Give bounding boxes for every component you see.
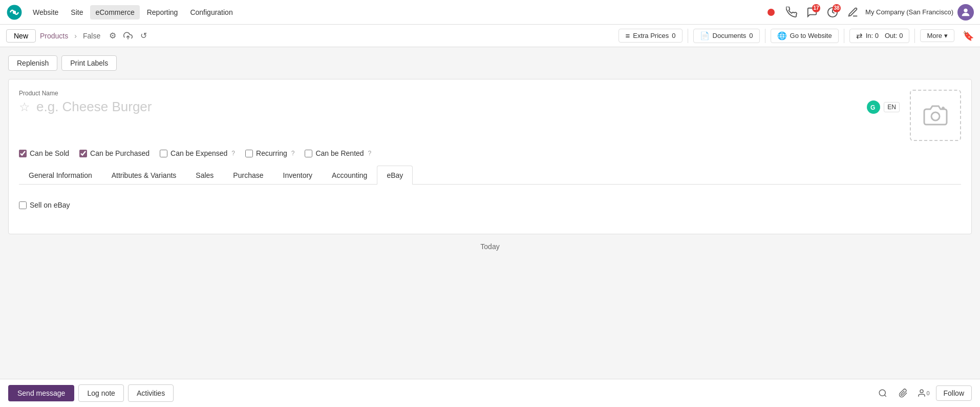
tab-inventory[interactable]: Inventory [273, 166, 323, 185]
action-bar: New Products › False ⚙ ↺ ≡ Extra Prices … [0, 25, 980, 47]
tab-purchase[interactable]: Purchase [223, 166, 273, 185]
replenish-button[interactable]: Replenish [8, 55, 57, 71]
product-checkboxes-row: Can be Sold Can be Purchased Can be Expe… [19, 149, 961, 157]
product-name-left: Product Name ☆ G EN [19, 90, 900, 115]
nav-configuration[interactable]: Configuration [185, 5, 238, 19]
can-be-expensed-input[interactable] [160, 150, 167, 157]
can-be-expensed-checkbox[interactable]: Can be Expensed ? [160, 149, 235, 157]
today-label: Today [8, 234, 972, 281]
can-be-purchased-input[interactable] [79, 150, 87, 157]
nav-site[interactable]: Site [66, 5, 88, 19]
documents-label: Documents [713, 32, 747, 39]
tab-sales[interactable]: Sales [186, 166, 223, 185]
main-content: Replenish Print Labels Product Name ☆ G [0, 47, 980, 290]
can-be-rented-label: Can be Rented [315, 149, 364, 157]
clock-badge: 38 [833, 4, 841, 12]
sell-on-ebay-label: Sell on eBay [30, 201, 70, 209]
svg-point-2 [768, 9, 775, 16]
can-be-rented-help-icon[interactable]: ? [368, 150, 372, 157]
clock-icon[interactable]: 38 [824, 4, 841, 21]
documents-button[interactable]: 📄 Documents 0 [693, 29, 760, 43]
phone-icon[interactable] [783, 4, 800, 21]
breadcrumb-current: False [83, 32, 100, 40]
sell-on-ebay-checkbox[interactable]: Sell on eBay [19, 201, 70, 209]
nav-ecommerce[interactable]: eCommerce [90, 5, 139, 19]
in-count: In: 0 [866, 32, 879, 39]
nav-website[interactable]: Website [28, 5, 63, 19]
documents-count: 0 [749, 32, 753, 39]
svg-point-1 [13, 10, 16, 13]
can-be-purchased-label: Can be Purchased [90, 149, 150, 157]
status-dot-icon[interactable] [763, 4, 779, 21]
user-avatar[interactable] [957, 4, 974, 21]
action-buttons: Replenish Print Labels [8, 55, 972, 71]
more-button[interactable]: More ▾ [920, 29, 954, 42]
document-icon: 📄 [700, 31, 710, 40]
can-be-sold-checkbox[interactable]: Can be Sold [19, 149, 69, 157]
refresh-icon[interactable]: ↺ [137, 30, 150, 42]
svg-text:G: G [870, 104, 875, 111]
sell-on-ebay-row: Sell on eBay [19, 201, 961, 209]
product-image-upload[interactable] [910, 90, 961, 141]
chat-badge: 17 [812, 4, 820, 12]
product-name-label: Product Name [19, 90, 900, 97]
product-name-section: Product Name ☆ G EN [19, 90, 961, 141]
ebay-tab-content: Sell on eBay [19, 193, 961, 223]
top-navigation: Website Site eCommerce Reporting Configu… [0, 0, 980, 25]
toolbar-divider-1 [688, 29, 688, 43]
breadcrumb-products-link[interactable]: Products [40, 32, 68, 40]
toolbar-divider-3 [844, 29, 844, 43]
app-logo[interactable] [6, 4, 23, 21]
transfer-icon: ⇄ [856, 31, 863, 40]
grammarly-icon: G [866, 100, 881, 114]
favorite-star-icon[interactable]: ☆ [19, 100, 30, 114]
recurring-help-icon[interactable]: ? [291, 150, 295, 157]
product-form: Product Name ☆ G EN [8, 79, 972, 234]
can-be-rented-input[interactable] [305, 150, 312, 157]
nav-reporting[interactable]: Reporting [142, 5, 183, 19]
breadcrumb-separator: › [74, 32, 77, 40]
globe-icon: 🌐 [777, 31, 787, 40]
product-name-input[interactable] [36, 99, 860, 115]
tab-general-information[interactable]: General Information [19, 166, 102, 185]
toolbar-divider-2 [765, 29, 765, 43]
extra-prices-button[interactable]: ≡ Extra Prices 0 [619, 29, 682, 43]
company-name[interactable]: My Company (San Francisco) [865, 8, 953, 16]
bookmark-icon[interactable]: 🔖 [963, 30, 974, 42]
go-to-website-button[interactable]: 🌐 Go to Website [771, 29, 839, 43]
recurring-input[interactable] [245, 150, 253, 157]
can-be-expensed-label: Can be Expensed [171, 149, 227, 157]
svg-point-4 [964, 8, 967, 12]
topnav-icons: 17 38 My Company (San Francisco) [763, 4, 974, 21]
form-action-icons: ⚙ ↺ [106, 30, 150, 42]
print-labels-button[interactable]: Print Labels [61, 55, 117, 71]
go-to-website-label: Go to Website [790, 32, 832, 39]
tab-attributes-variants[interactable]: Attributes & Variants [102, 166, 186, 185]
upload-icon[interactable] [122, 30, 134, 42]
sell-on-ebay-input[interactable] [19, 201, 27, 209]
toolbar-divider-4 [914, 29, 915, 43]
product-name-row: ☆ G EN [19, 99, 900, 115]
can-be-rented-checkbox[interactable]: Can be Rented ? [305, 149, 371, 157]
can-be-purchased-checkbox[interactable]: Can be Purchased [79, 149, 150, 157]
in-out-button[interactable]: ⇄ In: 0 Out: 0 [849, 29, 910, 43]
more-chevron-icon: ▾ [944, 32, 948, 39]
out-count: Out: 0 [885, 32, 903, 39]
list-icon: ≡ [625, 31, 630, 40]
recurring-checkbox[interactable]: Recurring ? [245, 149, 294, 157]
recurring-label: Recurring [256, 149, 287, 157]
can-be-expensed-help-icon[interactable]: ? [231, 150, 235, 157]
more-label: More [927, 32, 942, 39]
new-button[interactable]: New [6, 29, 36, 43]
tab-ebay[interactable]: eBay [377, 166, 413, 185]
can-be-sold-label: Can be Sold [30, 149, 69, 157]
tab-accounting[interactable]: Accounting [322, 166, 377, 185]
language-badge[interactable]: EN [884, 102, 900, 112]
settings-form-icon[interactable]: ⚙ [106, 30, 119, 42]
settings-icon[interactable] [845, 4, 861, 21]
extra-prices-label: Extra Prices [633, 32, 669, 39]
extra-prices-count: 0 [672, 32, 675, 39]
svg-point-8 [931, 112, 940, 120]
can-be-sold-input[interactable] [19, 150, 27, 157]
chat-icon[interactable]: 17 [804, 4, 820, 21]
